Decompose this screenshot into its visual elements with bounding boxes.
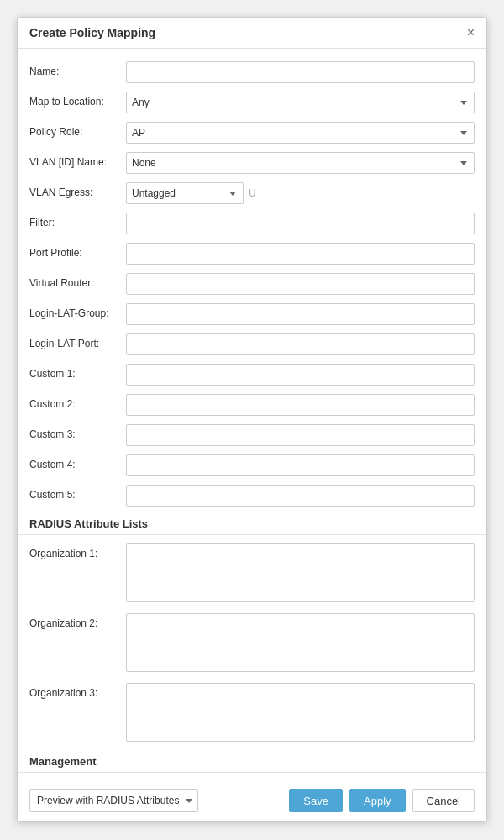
login-lat-port-row: Login-LAT-Port: xyxy=(18,329,486,360)
custom3-row: Custom 3: xyxy=(18,420,486,450)
login-lat-group-control xyxy=(126,303,475,325)
port-profile-control xyxy=(126,243,475,265)
map-to-location-control: Any xyxy=(126,92,475,113)
org3-textarea[interactable] xyxy=(126,683,475,742)
custom5-control xyxy=(126,485,475,507)
custom1-input[interactable] xyxy=(126,364,475,386)
modal-footer: Preview with RADIUS Attributes Save Appl… xyxy=(18,780,486,821)
close-button[interactable]: × xyxy=(467,26,475,39)
custom2-control xyxy=(126,394,475,416)
custom5-input[interactable] xyxy=(126,485,475,507)
custom5-row: Custom 5: xyxy=(18,480,486,511)
vlan-egress-label: VLAN Egress: xyxy=(29,182,126,200)
map-to-location-row: Map to Location: Any xyxy=(18,87,486,118)
name-control xyxy=(126,61,475,83)
custom4-input[interactable] xyxy=(126,454,475,476)
port-profile-input[interactable] xyxy=(126,243,475,265)
vlan-egress-select[interactable]: Untagged xyxy=(126,182,244,204)
custom2-row: Custom 2: xyxy=(18,390,486,420)
custom5-label: Custom 5: xyxy=(29,485,126,502)
org3-label: Organization 3: xyxy=(29,683,126,701)
login-lat-port-input[interactable] xyxy=(126,333,475,355)
map-to-location-select[interactable]: Any xyxy=(126,92,475,113)
vlan-id-control: None xyxy=(126,152,475,174)
custom4-label: Custom 4: xyxy=(29,454,126,472)
name-input[interactable] xyxy=(126,61,475,83)
custom1-label: Custom 1: xyxy=(29,364,126,381)
cancel-button[interactable]: Cancel xyxy=(412,789,475,812)
port-profile-label: Port Profile: xyxy=(29,243,126,260)
vlan-egress-control: Untagged U xyxy=(126,182,475,204)
org2-row: Organization 2: xyxy=(18,609,486,679)
custom3-label: Custom 3: xyxy=(29,424,126,442)
vlan-egress-row: VLAN Egress: Untagged U xyxy=(18,178,486,208)
modal-body: Name: Map to Location: Any Policy Role: xyxy=(18,49,486,780)
policy-role-row: Policy Role: AP xyxy=(18,118,486,148)
login-lat-port-label: Login-LAT-Port: xyxy=(29,333,126,351)
org3-row: Organization 3: xyxy=(18,679,486,748)
name-row: Name: xyxy=(18,57,486,87)
map-to-location-label: Map to Location: xyxy=(29,92,126,109)
org3-control xyxy=(126,683,475,744)
virtual-router-control xyxy=(126,273,475,295)
filter-control xyxy=(126,213,475,234)
filter-row: Filter: xyxy=(18,208,486,239)
org1-textarea[interactable] xyxy=(126,543,475,602)
custom1-control xyxy=(126,364,475,386)
save-button[interactable]: Save xyxy=(289,789,343,812)
org1-control xyxy=(126,543,475,605)
radius-section-header: RADIUS Attribute Lists xyxy=(18,511,486,535)
org2-control xyxy=(126,613,475,675)
custom2-label: Custom 2: xyxy=(29,394,126,412)
modal-title: Create Policy Mapping xyxy=(29,26,155,39)
filter-label: Filter: xyxy=(29,213,126,230)
org2-textarea[interactable] xyxy=(126,613,475,672)
custom2-input[interactable] xyxy=(126,394,475,416)
custom4-row: Custom 4: xyxy=(18,450,486,480)
org1-row: Organization 1: xyxy=(18,539,486,609)
login-lat-group-label: Login-LAT-Group: xyxy=(29,303,126,321)
virtual-router-input[interactable] xyxy=(126,273,475,295)
virtual-router-label: Virtual Router: xyxy=(29,273,126,291)
custom4-control xyxy=(126,454,475,476)
policy-role-label: Policy Role: xyxy=(29,122,126,139)
filter-input[interactable] xyxy=(126,213,475,234)
apply-button[interactable]: Apply xyxy=(349,789,406,812)
virtual-router-row: Virtual Router: xyxy=(18,269,486,299)
vlan-u-label: U xyxy=(249,187,256,199)
policy-role-control: AP xyxy=(126,122,475,144)
port-profile-row: Port Profile: xyxy=(18,239,486,269)
vlan-id-row: VLAN [ID] Name: None xyxy=(18,148,486,178)
org2-label: Organization 2: xyxy=(29,613,126,631)
management-section-header: Management xyxy=(18,748,486,773)
login-lat-group-input[interactable] xyxy=(126,303,475,325)
org1-label: Organization 1: xyxy=(29,543,126,561)
name-label: Name: xyxy=(29,61,126,79)
vlan-id-select[interactable]: None xyxy=(126,152,475,174)
custom3-control xyxy=(126,424,475,446)
policy-role-select[interactable]: AP xyxy=(126,122,475,144)
login-lat-group-row: Login-LAT-Group: xyxy=(18,299,486,329)
vlan-id-label: VLAN [ID] Name: xyxy=(29,152,126,170)
footer-left: Preview with RADIUS Attributes xyxy=(29,789,282,812)
login-lat-port-control xyxy=(126,333,475,355)
modal-header: Create Policy Mapping × xyxy=(18,18,486,49)
preview-select[interactable]: Preview with RADIUS Attributes xyxy=(29,789,198,812)
custom1-row: Custom 1: xyxy=(18,360,486,390)
custom3-input[interactable] xyxy=(126,424,475,446)
